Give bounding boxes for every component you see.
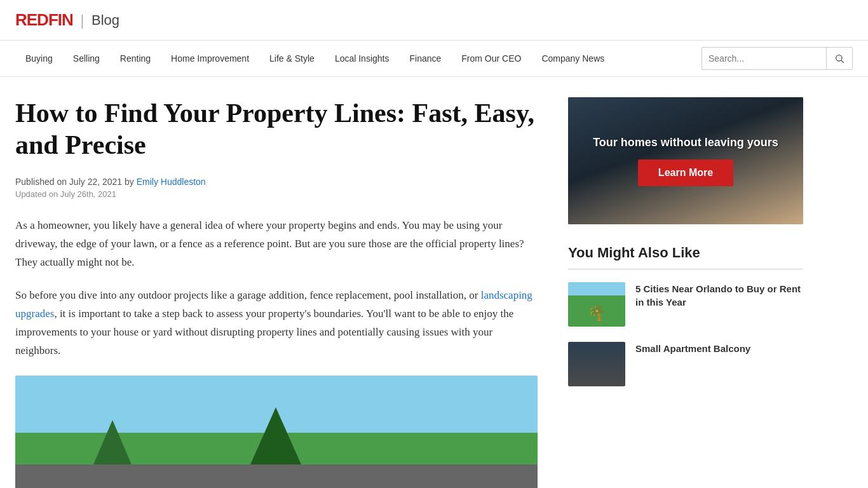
related-item-title-1: Small Apartment Balcony xyxy=(635,342,750,355)
published-date: Published on July 22, 2021 by xyxy=(15,177,134,187)
article-updated: Updated on July 26th, 2021 xyxy=(15,189,538,199)
related-thumb-balcony-image xyxy=(568,342,625,386)
svg-point-0 xyxy=(836,55,842,61)
nav-item-company-news[interactable]: Company News xyxy=(531,41,614,76)
nav-item-renting[interactable]: Renting xyxy=(110,41,161,76)
nav-item-local-insights[interactable]: Local Insights xyxy=(325,41,400,76)
article-p2-after-link: , it is important to take a step back to… xyxy=(15,308,513,356)
related-item-1[interactable]: Small Apartment Balcony xyxy=(568,342,803,386)
logo-blog: Blog xyxy=(92,12,119,29)
article-meta: Published on July 22, 2021 by Emily Hudd… xyxy=(15,177,538,187)
logo[interactable]: REDFIN | Blog xyxy=(15,10,119,30)
nav-item-from-ceo[interactable]: From Our CEO xyxy=(451,41,531,76)
search-icon xyxy=(834,53,844,64)
nav-item-finance[interactable]: Finance xyxy=(399,41,451,76)
article-title: How to Find Your Property Lines: Fast, E… xyxy=(15,97,538,161)
nav-links: Buying Selling Renting Home Improvement … xyxy=(15,41,614,76)
nav-link-company-news[interactable]: Company News xyxy=(531,41,614,76)
sidebar: Tour homes without leaving yours Learn M… xyxy=(568,97,803,488)
nav-link-renting[interactable]: Renting xyxy=(110,41,161,76)
learn-more-button[interactable]: Learn More xyxy=(638,159,733,186)
related-section-title: You Might Also Like xyxy=(568,245,803,261)
sidebar-divider xyxy=(568,269,803,269)
svg-line-1 xyxy=(841,60,844,63)
related-section: You Might Also Like 5 Cities Near Orland… xyxy=(568,245,803,386)
nav-item-selling[interactable]: Selling xyxy=(63,41,110,76)
article-image-placeholder xyxy=(15,376,538,488)
article-body: As a homeowner, you likely have a genera… xyxy=(15,217,538,360)
nav-link-buying[interactable]: Buying xyxy=(15,41,63,76)
article-paragraph-2: So before you dive into any outdoor proj… xyxy=(15,287,538,360)
nav-link-from-ceo[interactable]: From Our CEO xyxy=(451,41,531,76)
article-p2-before-link: So before you dive into any outdoor proj… xyxy=(15,289,481,301)
related-item-0[interactable]: 5 Cities Near Orlando to Buy or Rent in … xyxy=(568,282,803,327)
nav-item-life-style[interactable]: Life & Style xyxy=(259,41,325,76)
ad-banner-content: Tour homes without leaving yours Learn M… xyxy=(593,136,778,186)
nav-link-home-improvement[interactable]: Home Improvement xyxy=(161,41,259,76)
nav-item-buying[interactable]: Buying xyxy=(15,41,63,76)
main-nav: Buying Selling Renting Home Improvement … xyxy=(0,41,868,77)
ad-banner-text: Tour homes without leaving yours xyxy=(593,136,778,149)
article-image xyxy=(15,376,538,488)
nav-link-finance[interactable]: Finance xyxy=(399,41,451,76)
nav-link-selling[interactable]: Selling xyxy=(63,41,110,76)
nav-link-life-style[interactable]: Life & Style xyxy=(259,41,325,76)
related-thumb-1 xyxy=(568,342,625,386)
ad-banner: Tour homes without leaving yours Learn M… xyxy=(568,97,803,224)
nav-item-home-improvement[interactable]: Home Improvement xyxy=(161,41,259,76)
search-button[interactable] xyxy=(826,48,852,69)
related-thumb-0 xyxy=(568,282,625,327)
article-main: How to Find Your Property Lines: Fast, E… xyxy=(15,97,568,488)
page-container: How to Find Your Property Lines: Fast, E… xyxy=(0,77,868,488)
related-item-title-0: 5 Cities Near Orlando to Buy or Rent in … xyxy=(635,282,803,309)
related-thumb-orlando-image xyxy=(568,282,625,327)
logo-redfin: REDFIN xyxy=(15,10,73,30)
search-form xyxy=(702,47,853,70)
nav-link-local-insights[interactable]: Local Insights xyxy=(325,41,400,76)
site-header: REDFIN | Blog xyxy=(0,0,868,41)
search-input[interactable] xyxy=(702,53,826,64)
logo-divider: | xyxy=(81,11,84,30)
article-paragraph-1: As a homeowner, you likely have a genera… xyxy=(15,217,538,272)
author-link[interactable]: Emily Huddleston xyxy=(137,177,206,187)
